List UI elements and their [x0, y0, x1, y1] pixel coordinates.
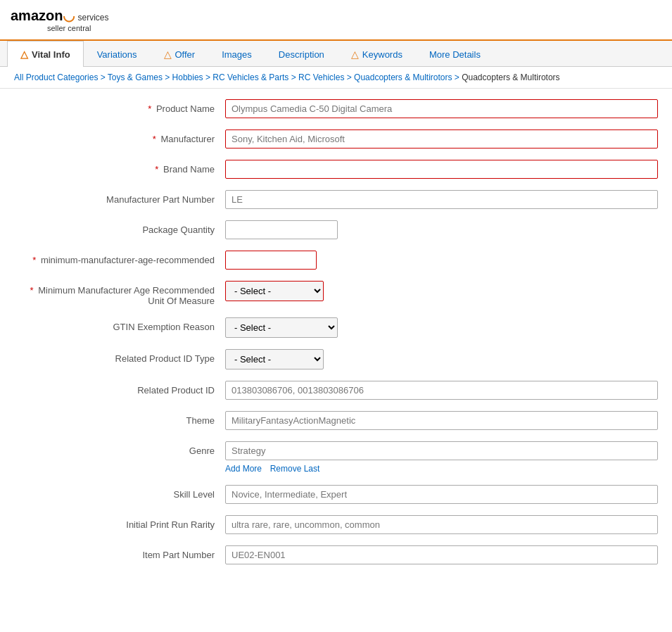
- related-product-id-type-label: Related Product ID Type: [14, 349, 225, 364]
- tab-variations-label: Variations: [97, 49, 137, 60]
- min-manufacturer-age-unit-select[interactable]: - Select - years months weeks days: [225, 281, 324, 301]
- brand-name-label: * Brand Name: [14, 160, 225, 175]
- gtin-exemption-label: GTIN Exemption Reason: [14, 317, 225, 332]
- manufacturer-required-star: *: [153, 134, 156, 144]
- genre-control: Add More Remove Last: [225, 441, 658, 474]
- min-manufacturer-age-unit-control: - Select - years months weeks days: [225, 281, 658, 301]
- tab-more-details[interactable]: More Details: [416, 41, 494, 67]
- min-manufacturer-age-unit-label: * Minimum Manufacturer Age Recommended U…: [14, 281, 225, 306]
- related-product-id-control: [225, 381, 658, 400]
- min-manufacturer-age-unit-row: * Minimum Manufacturer Age Recommended U…: [14, 281, 658, 306]
- related-product-id-input[interactable]: [225, 381, 658, 400]
- genre-input[interactable]: [225, 441, 658, 460]
- genre-label: Genre: [14, 441, 225, 456]
- skill-level-label: Skill Level: [14, 485, 225, 500]
- theme-row: Theme: [14, 411, 658, 430]
- manufacturer-input[interactable]: [225, 129, 658, 148]
- brand-name-control: Sonny Brook Hams: [225, 160, 658, 179]
- related-product-id-type-row: Related Product ID Type - Select - UPC E…: [14, 349, 658, 369]
- tab-vital-info[interactable]: △ Vital Info: [7, 41, 84, 67]
- related-product-id-type-select[interactable]: - Select - UPC EAN ISBN ASIN: [225, 349, 324, 369]
- product-name-row: * Product Name: [14, 99, 658, 118]
- tabs-bar: △ Vital Info Variations △ Offer Images D…: [0, 41, 672, 67]
- package-quantity-label: Package Quantity: [14, 220, 225, 235]
- manufacturer-part-number-control: [225, 190, 658, 209]
- tab-images[interactable]: Images: [208, 41, 265, 67]
- breadcrumb-link-3[interactable]: RC Vehicles & Parts: [213, 72, 289, 82]
- add-more-link[interactable]: Add More: [225, 464, 262, 474]
- product-name-required-star: *: [148, 103, 151, 114]
- min-manufacturer-age-control: 12: [225, 251, 658, 270]
- breadcrumb-current: Quadcopters & Multirotors: [462, 72, 559, 82]
- initial-print-run-rarity-label: Initial Print Run Rarity: [14, 515, 225, 530]
- header: amazon◡ services seller central: [0, 0, 672, 41]
- offer-warn-icon: △: [164, 49, 172, 60]
- remove-last-link[interactable]: Remove Last: [270, 464, 320, 474]
- breadcrumb-link-2[interactable]: Hobbies: [172, 72, 203, 82]
- tab-more-details-label: More Details: [429, 49, 481, 60]
- initial-print-run-rarity-row: Initial Print Run Rarity: [14, 515, 658, 534]
- brand-name-input[interactable]: Sonny Brook Hams: [225, 160, 658, 179]
- tab-description[interactable]: Description: [265, 41, 338, 67]
- gtin-exemption-row: GTIN Exemption Reason - Select - Bundle …: [14, 317, 658, 338]
- tab-keywords-label: Keywords: [362, 49, 402, 60]
- gtin-exemption-control: - Select - Bundle Handmade Club: [225, 317, 658, 338]
- logo: amazon◡ services seller central: [11, 7, 108, 32]
- theme-label: Theme: [14, 411, 225, 426]
- genre-add-remove: Add More Remove Last: [225, 463, 658, 474]
- tab-offer[interactable]: △ Offer: [151, 41, 209, 67]
- tab-vital-info-label: Vital Info: [32, 49, 70, 60]
- manufacturer-part-number-row: Manufacturer Part Number: [14, 190, 658, 209]
- theme-input[interactable]: [225, 411, 658, 430]
- breadcrumb-link-1[interactable]: Toys & Games: [108, 72, 163, 82]
- manufacturer-control: [225, 129, 658, 148]
- min-manufacturer-age-label: * minimum-manufacturer-age-recommended: [14, 251, 225, 265]
- tab-offer-label: Offer: [175, 49, 196, 60]
- breadcrumb-link-4[interactable]: RC Vehicles: [298, 72, 344, 82]
- initial-print-run-rarity-control: [225, 515, 658, 534]
- tab-images-label: Images: [222, 49, 252, 60]
- manufacturer-label: * Manufacturer: [14, 129, 225, 144]
- tab-variations[interactable]: Variations: [84, 41, 151, 67]
- tab-description-label: Description: [279, 49, 324, 60]
- theme-control: [225, 411, 658, 430]
- product-name-control: [225, 99, 658, 118]
- genre-row: Genre Add More Remove Last: [14, 441, 658, 474]
- item-part-number-control: [225, 545, 658, 564]
- initial-print-run-rarity-input[interactable]: [225, 515, 658, 534]
- min-age-required-star: *: [32, 255, 36, 265]
- breadcrumb-link-0[interactable]: All Product Categories: [14, 72, 98, 82]
- vital-info-form: * Product Name * Manufacturer * Brand Na…: [0, 89, 672, 586]
- services-text: services: [77, 13, 108, 23]
- breadcrumb-link-5[interactable]: Quadcopters & Multirotors: [354, 72, 452, 82]
- min-age-unit-required-star: *: [30, 285, 34, 296]
- manufacturer-part-number-input[interactable]: [225, 190, 658, 209]
- product-name-input[interactable]: [225, 99, 658, 118]
- item-part-number-input[interactable]: [225, 545, 658, 564]
- brand-name-row: * Brand Name Sonny Brook Hams: [14, 160, 658, 179]
- skill-level-row: Skill Level: [14, 485, 658, 504]
- package-quantity-input[interactable]: [225, 220, 338, 239]
- manufacturer-row: * Manufacturer: [14, 129, 658, 148]
- min-manufacturer-age-input[interactable]: 12: [225, 251, 317, 270]
- skill-level-control: [225, 485, 658, 504]
- related-product-id-row: Related Product ID: [14, 381, 658, 400]
- package-quantity-row: Package Quantity: [14, 220, 658, 239]
- skill-level-input[interactable]: [225, 485, 658, 504]
- item-part-number-row: Item Part Number: [14, 545, 658, 564]
- manufacturer-part-number-label: Manufacturer Part Number: [14, 190, 225, 205]
- package-quantity-control: [225, 220, 658, 239]
- keywords-warn-icon: △: [351, 49, 359, 60]
- min-manufacturer-age-row: * minimum-manufacturer-age-recommended 1…: [14, 251, 658, 270]
- amazon-logo-text: amazon◡: [11, 7, 75, 24]
- seller-central-text: seller central: [47, 24, 108, 32]
- tab-keywords[interactable]: △ Keywords: [338, 41, 416, 67]
- brand-name-required-star: *: [155, 164, 158, 175]
- vital-info-warn-icon: △: [20, 49, 28, 60]
- related-product-id-label: Related Product ID: [14, 381, 225, 396]
- item-part-number-label: Item Part Number: [14, 545, 225, 560]
- breadcrumb: All Product Categories > Toys & Games > …: [0, 67, 672, 89]
- related-product-id-type-control: - Select - UPC EAN ISBN ASIN: [225, 349, 658, 369]
- product-name-label: * Product Name: [14, 99, 225, 114]
- gtin-exemption-select[interactable]: - Select - Bundle Handmade Club: [225, 317, 338, 338]
